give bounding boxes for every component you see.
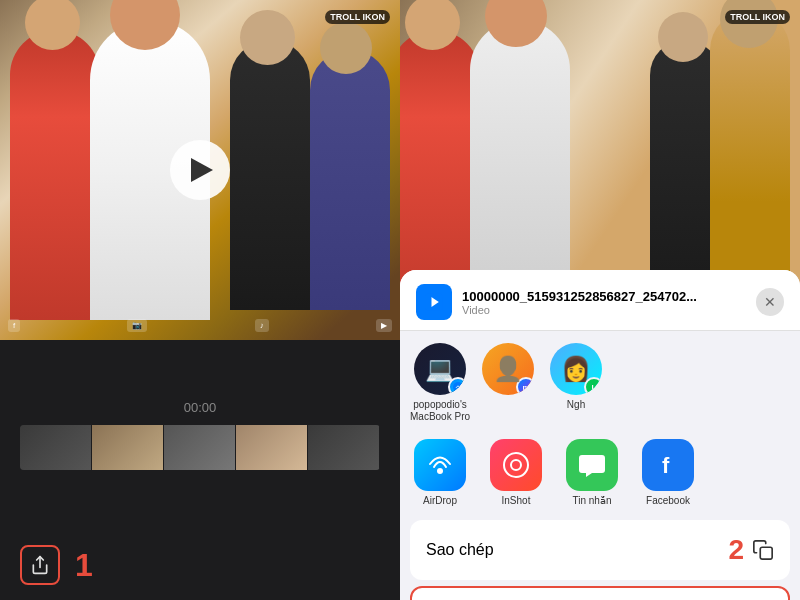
app-item-inshot[interactable]: InShot bbox=[486, 439, 546, 506]
filmstrip-frame-1 bbox=[20, 425, 92, 470]
person-name-2: Ngh bbox=[567, 399, 585, 411]
svg-point-6 bbox=[504, 453, 528, 477]
file-type: Video bbox=[462, 304, 756, 316]
copy-label: Sao chép bbox=[426, 541, 494, 559]
figure-left bbox=[10, 30, 100, 320]
left-panel: TROLL IKON f 📷 ♪ ▶ 00:00 1 bbox=[0, 0, 400, 600]
social-bar: f 📷 ♪ ▶ bbox=[8, 319, 392, 332]
filmstrip-frame-4 bbox=[236, 425, 308, 470]
messages-svg bbox=[577, 450, 607, 480]
filmstrip-frame-3 bbox=[164, 425, 236, 470]
watermark-left: TROLL IKON bbox=[325, 10, 390, 24]
figure-right1 bbox=[230, 40, 310, 310]
video-file-icon bbox=[424, 292, 444, 312]
share-button-left[interactable] bbox=[20, 545, 60, 585]
apps-row: AirDrop InShot Tin nh bbox=[400, 431, 800, 514]
timeline-area: 00:00 bbox=[0, 340, 400, 530]
action-section: Sao chép 2 bbox=[410, 520, 790, 580]
filmstrip-frame-5 bbox=[308, 425, 380, 470]
app-label-inshot: InShot bbox=[502, 495, 531, 506]
save-video-row[interactable]: Lưu video bbox=[410, 586, 790, 600]
video-area[interactable]: TROLL IKON f 📷 ♪ ▶ bbox=[0, 0, 400, 340]
person-item-1[interactable]: m bbox=[478, 343, 538, 423]
facebook-svg: f bbox=[653, 450, 683, 480]
svg-text:f: f bbox=[662, 453, 670, 478]
share-icon bbox=[30, 555, 50, 575]
svg-point-4 bbox=[457, 388, 459, 390]
line-badge: L bbox=[584, 377, 602, 395]
figure-right2 bbox=[310, 50, 390, 310]
svg-point-7 bbox=[511, 460, 521, 470]
app-label-airdrop: AirDrop bbox=[423, 495, 457, 506]
inshot-svg bbox=[501, 450, 531, 480]
filmstrip bbox=[20, 425, 380, 470]
svg-point-3 bbox=[453, 382, 463, 392]
app-icon-messages bbox=[566, 439, 618, 491]
file-icon bbox=[416, 284, 452, 320]
timecode: 00:00 bbox=[184, 400, 217, 415]
share-sheet: 10000000_515931252856827_254702... Video… bbox=[400, 270, 800, 600]
copy-row[interactable]: Sao chép 2 bbox=[410, 520, 790, 580]
file-name: 10000000_515931252856827_254702... bbox=[462, 289, 756, 304]
svg-rect-9 bbox=[760, 547, 772, 559]
filmstrip-frame-2 bbox=[92, 425, 164, 470]
app-label-messages: Tin nhắn bbox=[573, 495, 612, 506]
app-item-facebook[interactable]: f Facebook bbox=[638, 439, 698, 506]
step-label-1: 1 bbox=[75, 547, 93, 584]
copy-icon bbox=[752, 539, 774, 561]
avatar-person2: L bbox=[550, 343, 602, 395]
svg-point-5 bbox=[437, 468, 443, 474]
app-label-facebook: Facebook bbox=[646, 495, 690, 506]
airdrop-badge-icon bbox=[452, 381, 464, 393]
person-item-2[interactable]: L Ngh bbox=[546, 343, 606, 423]
copy-right: 2 bbox=[728, 534, 774, 566]
app-icon-inshot bbox=[490, 439, 542, 491]
people-row: popopodio'sMacBook Pro m L Ngh bbox=[400, 331, 800, 431]
fb-icon: f bbox=[8, 319, 20, 332]
app-item-messages[interactable]: Tin nhắn bbox=[562, 439, 622, 506]
app-item-airdrop[interactable]: AirDrop bbox=[410, 439, 470, 506]
bottom-bar: 1 bbox=[0, 530, 400, 600]
person-item-macbook[interactable]: popopodio'sMacBook Pro bbox=[410, 343, 470, 423]
avatar-macbook bbox=[414, 343, 466, 395]
file-info: 10000000_515931252856827_254702... Video bbox=[462, 289, 756, 316]
avatar-person1: m bbox=[482, 343, 534, 395]
airdrop-svg bbox=[424, 449, 456, 481]
tiktok-icon: ♪ bbox=[255, 319, 269, 332]
right-panel: TROLL IKON 10000000_515931252856827_2547… bbox=[400, 0, 800, 600]
person-name-macbook: popopodio'sMacBook Pro bbox=[410, 399, 470, 423]
app-icon-airdrop bbox=[414, 439, 466, 491]
ig-icon: 📷 bbox=[127, 319, 147, 332]
yt-icon: ▶ bbox=[376, 319, 392, 332]
share-sheet-header: 10000000_515931252856827_254702... Video… bbox=[400, 270, 800, 331]
app-icon-facebook: f bbox=[642, 439, 694, 491]
airdrop-badge bbox=[448, 377, 466, 395]
play-button[interactable] bbox=[170, 140, 230, 200]
close-button[interactable]: ✕ bbox=[756, 288, 784, 316]
watermark-right: TROLL IKON bbox=[725, 10, 790, 24]
messenger-badge: m bbox=[516, 377, 534, 395]
step-label-2: 2 bbox=[728, 534, 744, 566]
